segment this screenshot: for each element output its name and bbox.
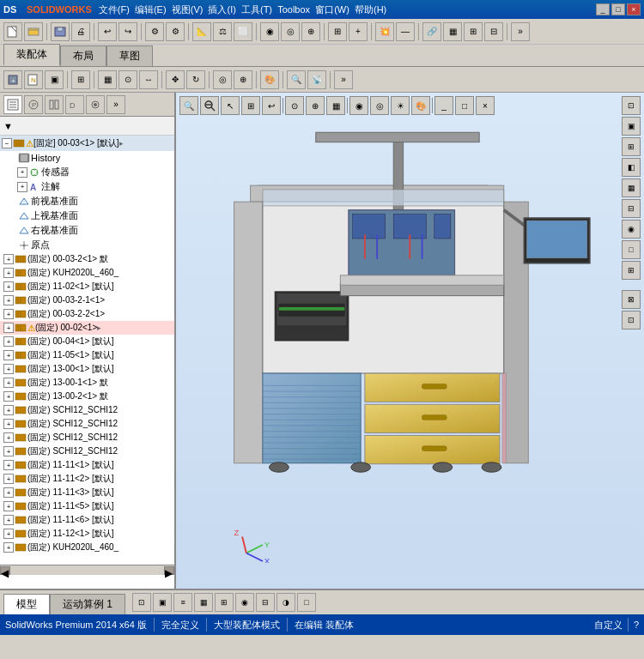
tree-item-top-plane[interactable]: 上视基准面 [0,209,174,223]
tree-item-part2[interactable]: + (固定) KUH2020L_460_ [0,266,174,280]
part7-expand[interactable]: + [3,336,14,347]
part6-expand[interactable]: + [3,323,14,333]
circular-pattern-btn[interactable]: ⊙ [118,70,137,89]
bt-btn8[interactable]: ◑ [276,593,295,612]
explode-btn[interactable]: 💥 [375,22,394,41]
hscroll-right-btn[interactable]: ▶ [164,566,174,575]
tree-item-annotations[interactable]: + A 注解 [0,179,174,194]
tree-item-part8[interactable]: + (固定) 11-05<1> [默认] [0,348,174,362]
tab-layout[interactable]: 布局 [60,45,106,66]
vp-zoom-fit-btn[interactable]: ⊞ [241,96,260,115]
tree-item-part1[interactable]: + (固定) 00-03-2<1> 默 [0,252,174,266]
vp-cursor-btn[interactable]: ↖ [221,96,240,115]
tree-item-part4[interactable]: + (固定) 00-03-2-1<1> [0,293,174,307]
patterns-btn[interactable]: ⊞ [464,22,483,41]
feature-tree-tab[interactable] [3,95,22,114]
insert-comp-btn[interactable]: + [349,22,368,41]
vp-right-btn8[interactable]: □ [622,240,641,259]
part15-expand[interactable]: + [3,446,14,456]
new-assembly-btn[interactable]: ▣ [45,70,64,89]
tree-item-part10[interactable]: + (固定) 13-00-1<1> 默 [0,376,174,390]
part2-expand[interactable]: + [3,268,14,278]
sensors-expand[interactable]: + [17,167,27,178]
bt-btn6[interactable]: ◉ [235,593,254,612]
annotations-expand[interactable]: + [17,182,27,192]
new-part-btn[interactable]: N [24,70,43,89]
appearance-btn[interactable]: 🎨 [260,70,279,89]
tree-item-part22[interactable]: + (固定) KUH2020L_460_ [0,541,174,554]
part4-expand[interactable]: + [3,295,14,305]
part14-expand[interactable]: + [3,432,14,443]
tree-item-part12[interactable]: + (固定) SCHI12_SCHI12 [0,403,174,417]
hide2-btn[interactable]: ◎ [213,70,232,89]
vp-right-btn11[interactable]: ⊡ [622,311,641,330]
explode-line-btn[interactable]: — [396,22,415,41]
property-tab[interactable]: P [24,95,43,114]
mass-props-btn[interactable]: ⚖ [213,22,232,41]
vp-zoom-in-btn[interactable]: 🔍 [179,96,198,115]
tree-item-part6[interactable]: + ⚠ (固定) 00-02<1> ▸ [0,321,174,335]
part21-expand[interactable]: + [3,529,14,539]
print-btn[interactable]: 🖨 [71,22,90,41]
part17-expand[interactable]: + [3,474,14,484]
tree-item-sensors[interactable]: + 传感器 [0,165,174,179]
tree-item-part20[interactable]: + (固定) 11-11<6> [默认] [0,513,174,527]
part11-expand[interactable]: + [3,391,14,402]
vp-close-btn[interactable]: × [476,96,495,115]
tree-item-origin[interactable]: 原点 [0,238,174,252]
part10-expand[interactable]: + [3,378,14,388]
hscroll-track[interactable] [10,566,164,575]
part22-expand[interactable]: + [3,542,14,553]
tree-item-right-plane[interactable]: 右视基准面 [0,223,174,238]
tree-item-part17[interactable]: + (固定) 11-11<2> [默认] [0,472,174,486]
options-btn[interactable]: ⚙ [166,22,185,41]
vp-prev-view-btn[interactable]: ↩ [262,96,281,115]
tab-sketch[interactable]: 草图 [106,45,153,66]
vp-appearance-btn[interactable]: 🎨 [411,96,430,115]
component-btn[interactable]: ▦ [443,22,462,41]
feature-tree[interactable]: − ⚠ [固定] 00-03<1> [默认] ▸ [0,136,174,565]
config-tab[interactable] [45,95,64,114]
more-btn[interactable]: » [511,22,530,41]
display-style-btn[interactable]: ◉ [260,22,279,41]
bt-btn7[interactable]: ⊟ [256,593,275,612]
part1-expand[interactable]: + [3,254,14,264]
part19-expand[interactable]: + [3,501,14,511]
display-manager-tab[interactable] [86,95,105,114]
vp-right-btn10[interactable]: ⊠ [622,290,641,309]
mirror-btn[interactable]: ⊟ [484,22,503,41]
sensors2-btn[interactable]: 📡 [307,70,326,89]
show2-btn[interactable]: ⊕ [234,70,252,89]
bt-btn1[interactable]: ⊡ [132,593,151,612]
vp-lighting-btn[interactable]: ☀ [391,96,410,115]
vp-hide-btn[interactable]: ◎ [370,96,389,115]
vp-right-btn7[interactable]: ◉ [622,220,641,239]
tree-item-part16[interactable]: + (固定) 11-11<1> [默认] [0,458,174,472]
vp-zoom-out-btn[interactable] [200,96,219,115]
tree-item-part3[interactable]: + (固定) 11-02<1> [默认] [0,280,174,293]
vp-right-btn5[interactable]: ▦ [622,178,641,197]
vp-min-btn[interactable]: _ [434,96,453,115]
tab-assembly[interactable]: 装配体 [3,44,60,66]
tree-item-front-plane[interactable]: 前视基准面 [0,194,174,209]
save-btn[interactable] [51,22,70,41]
vp-orientation-btn[interactable]: ⊙ [285,96,304,115]
3d-viewport[interactable]: 🔍 ↖ ⊞ ↩ ⊙ ⊕ ▦ ◉ ◎ ☀ 🎨 _ □ × [176,93,644,589]
part20-expand[interactable]: + [3,515,14,525]
root-expand[interactable]: − [2,138,12,148]
insert-comp2-btn[interactable]: + [3,70,22,89]
hscroll-left-btn[interactable]: ◀ [0,566,10,575]
tree-item-part9[interactable]: + (固定) 13-00<1> [默认] [0,362,174,376]
measure-btn[interactable]: 📐 [192,22,211,41]
win-close-btn[interactable]: × [627,3,641,15]
rebuild-btn[interactable]: ⚙ [145,22,164,41]
part5-expand[interactable]: + [3,309,14,319]
undo-btn[interactable]: ↩ [98,22,117,41]
part18-expand[interactable]: + [3,487,14,498]
vp-right-btn2[interactable]: ▣ [622,117,641,136]
part9-expand[interactable]: + [3,364,14,374]
open-btn[interactable] [24,22,43,41]
bt-btn4[interactable]: ▦ [194,593,213,612]
mate2-btn[interactable]: ⊞ [71,70,90,89]
linear-pattern-btn[interactable]: ▦ [98,70,117,89]
